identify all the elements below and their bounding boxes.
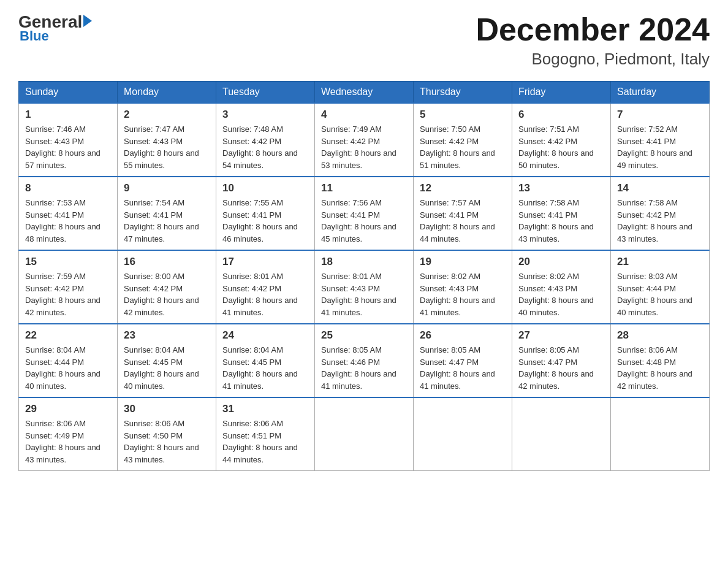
sunrise-label: Sunrise: 8:05 AM: [518, 345, 579, 354]
day-number: 3: [222, 109, 308, 121]
sunset-label: Sunset: 4:42 PM: [420, 137, 479, 146]
day-info: Sunrise: 8:02 AM Sunset: 4:43 PM Dayligh…: [518, 270, 604, 318]
day-info: Sunrise: 8:00 AM Sunset: 4:42 PM Dayligh…: [124, 270, 210, 318]
day-number: 14: [617, 182, 703, 194]
sunrise-label: Sunrise: 7:50 AM: [420, 124, 480, 134]
table-row: 21 Sunrise: 8:03 AM Sunset: 4:44 PM Dayl…: [611, 250, 710, 324]
daylight-label: Daylight: 8 hours and 43 minutes.: [617, 222, 692, 243]
day-info: Sunrise: 7:52 AM Sunset: 4:41 PM Dayligh…: [617, 123, 703, 171]
title-area: December 2024 Bogogno, Piedmont, Italy: [476, 12, 710, 69]
sunset-label: Sunset: 4:44 PM: [25, 358, 84, 367]
sunrise-label: Sunrise: 8:06 AM: [617, 345, 678, 354]
day-number: 30: [124, 403, 210, 415]
sunrise-label: Sunrise: 8:04 AM: [222, 345, 283, 354]
table-row: 20 Sunrise: 8:02 AM Sunset: 4:43 PM Dayl…: [512, 250, 611, 324]
sunset-label: Sunset: 4:46 PM: [321, 358, 380, 367]
table-row: 8 Sunrise: 7:53 AM Sunset: 4:41 PM Dayli…: [19, 177, 118, 250]
sunrise-label: Sunrise: 7:53 AM: [25, 198, 86, 207]
sunrise-label: Sunrise: 7:52 AM: [617, 124, 678, 134]
daylight-label: Daylight: 8 hours and 41 minutes.: [420, 369, 495, 391]
day-info: Sunrise: 7:46 AM Sunset: 4:43 PM Dayligh…: [25, 123, 111, 171]
table-row: 23 Sunrise: 8:04 AM Sunset: 4:45 PM Dayl…: [118, 324, 216, 397]
daylight-label: Daylight: 8 hours and 43 minutes.: [25, 443, 100, 464]
calendar-body: 1 Sunrise: 7:46 AM Sunset: 4:43 PM Dayli…: [19, 103, 710, 471]
day-info: Sunrise: 7:57 AM Sunset: 4:41 PM Dayligh…: [420, 197, 506, 245]
sunset-label: Sunset: 4:45 PM: [222, 358, 281, 367]
header-sunday: Sunday: [19, 82, 118, 104]
header-wednesday: Wednesday: [315, 82, 414, 104]
sunrise-label: Sunrise: 8:04 AM: [124, 345, 184, 354]
day-number: 29: [25, 403, 111, 415]
sunset-label: Sunset: 4:42 PM: [124, 284, 183, 293]
sunrise-label: Sunrise: 7:49 AM: [321, 124, 382, 134]
sunrise-label: Sunrise: 8:02 AM: [518, 272, 579, 281]
sunset-label: Sunset: 4:43 PM: [420, 284, 479, 293]
day-number: 6: [518, 109, 604, 121]
calendar-week-5: 29 Sunrise: 8:06 AM Sunset: 4:49 PM Dayl…: [19, 397, 710, 471]
sunrise-label: Sunrise: 8:04 AM: [25, 345, 86, 354]
table-row: 30 Sunrise: 8:06 AM Sunset: 4:50 PM Dayl…: [118, 397, 216, 471]
daylight-label: Daylight: 8 hours and 41 minutes.: [321, 296, 396, 317]
day-info: Sunrise: 8:03 AM Sunset: 4:44 PM Dayligh…: [617, 270, 703, 318]
daylight-label: Daylight: 8 hours and 41 minutes.: [222, 296, 298, 317]
table-row: 31 Sunrise: 8:06 AM Sunset: 4:51 PM Dayl…: [216, 397, 315, 471]
day-info: Sunrise: 7:50 AM Sunset: 4:42 PM Dayligh…: [420, 123, 506, 171]
logo-blue-text: Blue: [20, 28, 49, 44]
table-row: 18 Sunrise: 8:01 AM Sunset: 4:43 PM Dayl…: [315, 250, 414, 324]
day-number: 24: [222, 329, 308, 342]
sunset-label: Sunset: 4:45 PM: [124, 358, 183, 367]
day-number: 12: [420, 182, 506, 194]
sunrise-label: Sunrise: 7:48 AM: [222, 124, 283, 134]
page-header: General Blue December 2024 Bogogno, Pied…: [18, 12, 710, 69]
daylight-label: Daylight: 8 hours and 43 minutes.: [518, 222, 594, 243]
header-monday: Monday: [118, 82, 216, 104]
daylight-label: Daylight: 8 hours and 55 minutes.: [124, 148, 199, 170]
calendar-week-3: 15 Sunrise: 7:59 AM Sunset: 4:42 PM Dayl…: [19, 250, 710, 324]
sunrise-label: Sunrise: 7:56 AM: [321, 198, 382, 207]
day-number: 9: [124, 182, 210, 194]
sunrise-label: Sunrise: 7:47 AM: [124, 124, 184, 134]
sunset-label: Sunset: 4:50 PM: [124, 431, 183, 440]
table-row: 4 Sunrise: 7:49 AM Sunset: 4:42 PM Dayli…: [315, 103, 414, 177]
sunrise-label: Sunrise: 8:05 AM: [420, 345, 480, 354]
day-info: Sunrise: 7:48 AM Sunset: 4:42 PM Dayligh…: [222, 123, 308, 171]
sunrise-label: Sunrise: 7:57 AM: [420, 198, 480, 207]
sunrise-label: Sunrise: 8:01 AM: [321, 272, 382, 281]
sunset-label: Sunset: 4:43 PM: [518, 284, 577, 293]
sunset-label: Sunset: 4:47 PM: [518, 358, 577, 367]
day-number: 23: [124, 329, 210, 342]
table-row: [611, 397, 710, 471]
table-row: 29 Sunrise: 8:06 AM Sunset: 4:49 PM Dayl…: [19, 397, 118, 471]
header-tuesday: Tuesday: [216, 82, 315, 104]
day-info: Sunrise: 7:47 AM Sunset: 4:43 PM Dayligh…: [124, 123, 210, 171]
daylight-label: Daylight: 8 hours and 44 minutes.: [420, 222, 495, 243]
day-info: Sunrise: 8:04 AM Sunset: 4:44 PM Dayligh…: [25, 344, 111, 392]
table-row: 2 Sunrise: 7:47 AM Sunset: 4:43 PM Dayli…: [118, 103, 216, 177]
location-title: Bogogno, Piedmont, Italy: [476, 50, 710, 69]
calendar-week-1: 1 Sunrise: 7:46 AM Sunset: 4:43 PM Dayli…: [19, 103, 710, 177]
sunrise-label: Sunrise: 8:06 AM: [222, 419, 283, 428]
day-number: 27: [518, 329, 604, 342]
table-row: 1 Sunrise: 7:46 AM Sunset: 4:43 PM Dayli…: [19, 103, 118, 177]
daylight-label: Daylight: 8 hours and 46 minutes.: [222, 222, 298, 243]
daylight-label: Daylight: 8 hours and 51 minutes.: [420, 148, 495, 170]
header-friday: Friday: [512, 82, 611, 104]
daylight-label: Daylight: 8 hours and 47 minutes.: [124, 222, 199, 243]
day-number: 10: [222, 182, 308, 194]
day-info: Sunrise: 7:53 AM Sunset: 4:41 PM Dayligh…: [25, 197, 111, 245]
sunrise-label: Sunrise: 7:55 AM: [222, 198, 283, 207]
sunset-label: Sunset: 4:42 PM: [222, 137, 281, 146]
sunrise-label: Sunrise: 8:03 AM: [617, 272, 678, 281]
table-row: 12 Sunrise: 7:57 AM Sunset: 4:41 PM Dayl…: [414, 177, 512, 250]
day-number: 13: [518, 182, 604, 194]
sunrise-label: Sunrise: 8:06 AM: [25, 419, 86, 428]
sunrise-label: Sunrise: 8:05 AM: [321, 345, 382, 354]
table-row: [414, 397, 512, 471]
daylight-label: Daylight: 8 hours and 40 minutes.: [25, 369, 100, 391]
day-number: 15: [25, 256, 111, 268]
table-row: 7 Sunrise: 7:52 AM Sunset: 4:41 PM Dayli…: [611, 103, 710, 177]
day-info: Sunrise: 7:54 AM Sunset: 4:41 PM Dayligh…: [124, 197, 210, 245]
day-number: 22: [25, 329, 111, 342]
day-info: Sunrise: 8:05 AM Sunset: 4:46 PM Dayligh…: [321, 344, 407, 392]
table-row: 11 Sunrise: 7:56 AM Sunset: 4:41 PM Dayl…: [315, 177, 414, 250]
